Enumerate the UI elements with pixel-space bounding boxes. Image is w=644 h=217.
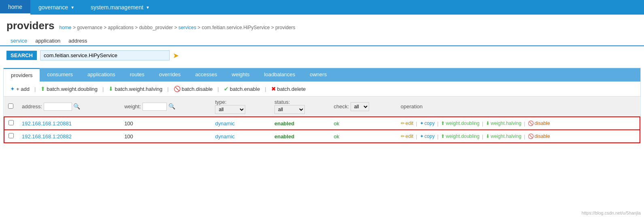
table-row: 192.168.168.1:20882 100 dynamic enabled … (4, 130, 640, 143)
breadcrumb-services[interactable]: services (179, 25, 196, 30)
row-2-weight-doubling-button[interactable]: ⬆ weight.doubling (441, 133, 479, 139)
row-1-copy-button[interactable]: ✦ copy (420, 120, 435, 126)
tab-consumers[interactable]: consumers (40, 68, 80, 82)
x-icon: ✖ (271, 86, 276, 92)
tab-providers[interactable]: providers (4, 68, 40, 82)
arrow-up-icon: ⬆ (40, 86, 45, 92)
batch-weight-doubling-button[interactable]: ⬆ batch.weight.doubling (39, 85, 99, 93)
arrow-down-icon: ⬇ (486, 120, 490, 126)
row-1-status: enabled (270, 117, 330, 130)
pencil-icon: ✏ (401, 133, 405, 139)
row-2-edit-button[interactable]: ✏ edit (401, 133, 413, 139)
arrow-down-icon: ⬇ (108, 86, 113, 92)
add-button[interactable]: ✦ + add (9, 85, 31, 93)
data-tabs: providers consumers applications routes … (4, 68, 640, 82)
sub-tabs: service application address (0, 34, 644, 46)
subtab-service[interactable]: service (6, 36, 31, 46)
breadcrumb: home > governance > applications > dubbo… (60, 25, 295, 30)
row-2-weight: 100 (120, 130, 211, 143)
chevron-down-icon: ▼ (70, 5, 74, 10)
row-1-weight-halving-button[interactable]: ⬇ weight.halving (486, 120, 521, 126)
status-filter-label: status: (274, 99, 290, 105)
row-1-type: dynamic (211, 117, 270, 130)
copy-icon: ✦ (420, 133, 424, 139)
row-2-address[interactable]: 192.168.168.1:20882 (22, 133, 72, 140)
weight-filter-input[interactable] (142, 103, 167, 111)
operation-label: operation (401, 103, 423, 110)
tab-applications[interactable]: applications (80, 68, 123, 82)
status-filter-select[interactable]: all enabled disabled (274, 105, 305, 114)
row-1-check: ok (329, 117, 396, 130)
address-search-icon[interactable]: 🔍 (73, 103, 80, 110)
check-icon: ✔ (224, 86, 229, 92)
check-filter-select[interactable]: all ok fail (351, 102, 369, 111)
tab-owners[interactable]: owners (302, 68, 334, 82)
batch-enable-button[interactable]: ✔ batch.enable (222, 85, 261, 93)
search-bar: SEARCH ➤ (0, 46, 644, 64)
ban-icon: 🚫 (174, 86, 181, 92)
row-1-disable-button[interactable]: 🚫 disable (528, 120, 550, 126)
page-header: providers home > governance > applicatio… (0, 15, 644, 34)
batch-disable-button[interactable]: 🚫 batch.disable (172, 85, 215, 93)
search-label: SEARCH (6, 51, 37, 60)
row-1-address[interactable]: 192.168.168.1:20881 (22, 120, 72, 127)
search-button[interactable]: ➤ (173, 51, 179, 60)
row-1-weight-doubling-button[interactable]: ⬆ weight.doubling (441, 120, 479, 126)
tab-routes[interactable]: routes (123, 68, 152, 82)
batch-delete-button[interactable]: ✖ batch.delete (270, 85, 308, 93)
ban-icon: 🚫 (528, 120, 534, 126)
row-2-actions: ✏ edit | ✦ copy | ⬆ weight.doubling (401, 133, 635, 140)
tab-accesses[interactable]: accesses (188, 68, 224, 82)
tab-overrides[interactable]: overrides (152, 68, 188, 82)
plus-icon: ✦ (10, 86, 15, 92)
weight-search-icon[interactable]: 🔍 (168, 103, 175, 110)
row-2-weight-halving-button[interactable]: ⬇ weight.halving (486, 133, 521, 139)
weight-filter-label: weight: (124, 103, 141, 110)
tab-weights[interactable]: weights (225, 68, 257, 82)
type-filter-label: type: (215, 99, 226, 105)
arrow-up-icon: ⬆ (441, 133, 445, 139)
copy-icon: ✦ (420, 120, 424, 126)
type-filter-select[interactable]: all dynamic static (215, 105, 245, 114)
top-nav: home governance ▼ system.management ▼ (0, 0, 644, 15)
nav-home[interactable]: home (0, 0, 30, 15)
page-title: providers (6, 19, 55, 32)
address-filter-label: address: (22, 103, 42, 110)
row-1-actions: ✏ edit | ✦ copy | ⬆ weight.doubling (401, 120, 635, 127)
table-row: 192.168.168.1:20881 100 dynamic enabled … (4, 117, 640, 130)
chevron-down-icon: ▼ (146, 5, 150, 10)
subtab-address[interactable]: address (64, 36, 91, 46)
search-input[interactable] (40, 50, 170, 60)
row-1-checkbox[interactable] (9, 120, 14, 125)
arrow-up-icon: ⬆ (441, 120, 445, 126)
ban-icon: 🚫 (528, 133, 534, 139)
providers-table: address: 🔍 weight: 🔍 type: all dynamic s… (4, 97, 640, 143)
row-2-disable-button[interactable]: 🚫 disable (528, 133, 550, 139)
row-2-copy-button[interactable]: ✦ copy (420, 133, 435, 139)
row-1-weight: 100 (120, 117, 211, 130)
filter-row: address: 🔍 weight: 🔍 type: all dynamic s… (4, 97, 640, 117)
arrow-down-icon: ⬇ (486, 133, 490, 139)
row-2-checkbox[interactable] (9, 133, 14, 138)
check-filter-label: check: (334, 103, 349, 110)
toolbar: ✦ + add | ⬆ batch.weight.doubling | ⬇ ba… (4, 82, 640, 97)
main-area: providers consumers applications routes … (3, 68, 641, 144)
row-1-edit-button[interactable]: ✏ edit (401, 120, 413, 126)
row-2-check: ok (329, 130, 396, 143)
row-2-type: dynamic (211, 130, 270, 143)
select-all-checkbox[interactable] (8, 103, 13, 109)
address-filter-input[interactable] (44, 103, 72, 111)
tab-loadbalances[interactable]: loadbalances (257, 68, 303, 82)
batch-weight-halving-button[interactable]: ⬇ batch.weight.halving (107, 85, 164, 93)
breadcrumb-home[interactable]: home (60, 25, 72, 30)
nav-system-management[interactable]: system.management ▼ (83, 0, 158, 15)
pencil-icon: ✏ (401, 120, 405, 126)
nav-governance[interactable]: governance ▼ (30, 0, 83, 15)
subtab-application[interactable]: application (31, 36, 64, 46)
row-2-status: enabled (270, 130, 330, 143)
